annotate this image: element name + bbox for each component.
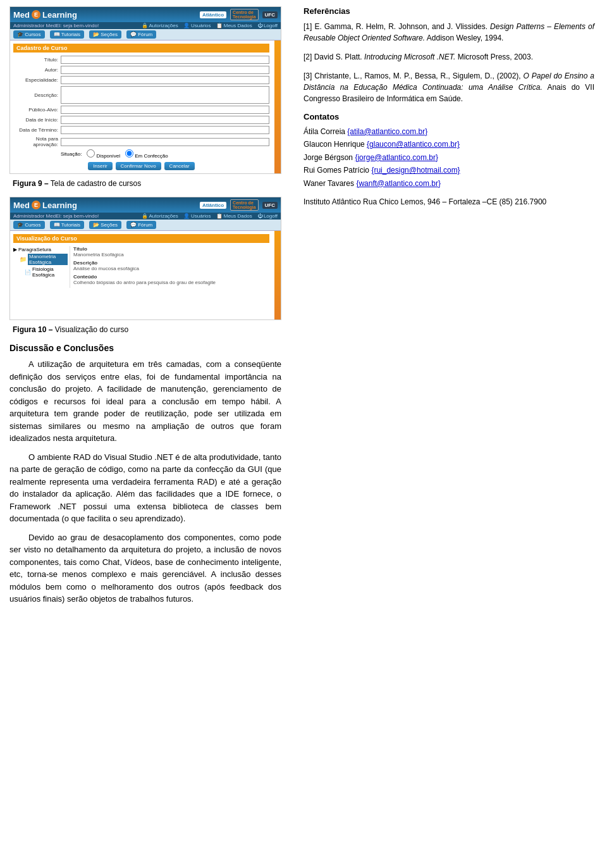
textarea-descricao[interactable] bbox=[61, 86, 269, 104]
form-row-datatermino: Data de Término: bbox=[13, 126, 269, 134]
detail-content-value: Colhendo biópsias do antro para pesquisa… bbox=[73, 280, 269, 285]
contacts-heading: Contatos bbox=[304, 112, 594, 121]
email-waner[interactable]: {wanft@atlantico.com.br} bbox=[356, 179, 441, 188]
cursos-btn-2[interactable]: 🎓 Cursos bbox=[13, 221, 45, 229]
logoff-link-2[interactable]: ⏻ Logoff bbox=[257, 213, 278, 219]
discussion-para1: A utilização de arquitetura em três cama… bbox=[9, 358, 281, 445]
btn-cancelar-1[interactable]: Cancelar bbox=[164, 162, 195, 170]
tree-child-label[interactable]: Fisiologia Esofágica bbox=[32, 266, 68, 278]
input-datainicio[interactable] bbox=[61, 116, 269, 124]
input-autor[interactable] bbox=[61, 66, 269, 74]
input-especialidade[interactable] bbox=[61, 76, 269, 84]
radio-disponivel[interactable]: Disponível bbox=[87, 149, 120, 159]
ufc-badge-1: UFC bbox=[262, 11, 278, 18]
input-publico[interactable] bbox=[61, 106, 269, 114]
caption-fig10: Figura 10 – Visualização do curso bbox=[9, 325, 281, 334]
logoff-link-1[interactable]: ⏻ Logoff bbox=[257, 23, 278, 28]
tree-content: Visualização do Curso ▶ ParagraSetura 📁 … bbox=[10, 231, 281, 319]
contacts-section: Contatos Átila Correia {atila@atlantico.… bbox=[304, 112, 594, 208]
detail-title-value: Manometria Esofágica bbox=[73, 252, 269, 257]
label-datatermino: Data de Término: bbox=[13, 127, 61, 133]
label-titulo: Título: bbox=[13, 57, 61, 63]
form-row-autor: Autor: bbox=[13, 66, 269, 74]
label-situacao: Situação: bbox=[61, 151, 82, 157]
label-autor: Autor: bbox=[13, 67, 61, 73]
detail-content-label: Conteúdo bbox=[73, 274, 269, 280]
atlantico-badge-2: Atlântico bbox=[200, 202, 226, 209]
contact-atila: Átila Correia {atila@atlantico.com.br} bbox=[304, 125, 594, 138]
label-descricao: Descrição: bbox=[13, 92, 61, 98]
email-rui[interactable]: {rui_design@hotmail.com} bbox=[371, 166, 460, 175]
detail-desc-value: Análise do mucosa esofágica bbox=[73, 266, 269, 271]
form-buttons-1: Inserir Confirmar Novo Cancelar bbox=[13, 162, 269, 170]
tree-folder-label[interactable]: Manometria Esofágica bbox=[28, 254, 68, 265]
tree-expand-icon: ▶ bbox=[13, 247, 17, 252]
tree-folder-item[interactable]: 📁 Manometria Esofágica bbox=[13, 253, 68, 266]
ref1-italic: Design Patterns – Elements of Reusable O… bbox=[304, 22, 594, 42]
form-row-publico: Público-Alvo: bbox=[13, 106, 269, 114]
contact-address: Instituto Atlântico Rua Chico Lemos, 946… bbox=[304, 196, 594, 208]
contact-waner: Waner Tavares {wanft@atlantico.com.br} bbox=[304, 177, 594, 190]
discussion-heading: Discussão e Conclusões bbox=[9, 343, 281, 353]
app-header-2: Med E Learning Atlântico Centro deTecnol… bbox=[10, 197, 281, 213]
auth-link-1[interactable]: 🔒 Autorizações bbox=[142, 23, 178, 28]
email-glaucon[interactable]: {glaucon@atlantico.com.br} bbox=[367, 140, 460, 149]
form-row-especialidade: Especialidade: bbox=[13, 76, 269, 84]
tutoriais-btn-1[interactable]: 📖 Tutoriais bbox=[50, 30, 84, 39]
right-column: Referências [1] E. Gamma, R. Helm, R. Jo… bbox=[291, 0, 607, 618]
app-header-1: Med E Learning Atlântico Centro deTecnol… bbox=[10, 7, 281, 22]
atlantico-badge-1: Atlântico bbox=[200, 11, 226, 18]
caption-fig9-bold: Figura 9 – bbox=[13, 179, 49, 188]
form-title-1: Cadastro de Curso bbox=[13, 44, 269, 53]
forum-btn-2[interactable]: 💬 Fórum bbox=[126, 221, 156, 229]
tree-detail: Título Manometria Esofágica Descrição An… bbox=[73, 246, 269, 288]
tree-file-icon: 📄 bbox=[25, 270, 31, 275]
logo-med-2: Med bbox=[13, 201, 30, 210]
logo-med: Med bbox=[13, 10, 30, 20]
email-atila[interactable]: {atila@atlantico.com.br} bbox=[347, 127, 427, 136]
ref2-italic: Introducing Microsoft .NET. bbox=[364, 53, 455, 61]
logo-e-icon-2: E bbox=[32, 201, 40, 209]
form-row-datainicio: Data de Início: bbox=[13, 116, 269, 124]
email-jorge[interactable]: {jorge@atlantico.com.br} bbox=[355, 153, 438, 162]
centro-badge: Centro deTecnologia bbox=[230, 9, 258, 20]
input-nota[interactable] bbox=[61, 138, 269, 146]
btn-confirmar-novo[interactable]: Confirmar Novo bbox=[116, 162, 161, 170]
form-row-situacao: Situação: Disponível Em Confecção bbox=[61, 149, 269, 159]
secoes-btn-1[interactable]: 📂 Seções bbox=[89, 30, 121, 39]
caption-fig10-text: Visualização do curso bbox=[55, 325, 129, 334]
label-especialidade: Especialidade: bbox=[13, 77, 61, 83]
form-row-descricao: Descrição: bbox=[13, 86, 269, 104]
app-header-right-2: Atlântico Centro deTecnologia UFC bbox=[200, 199, 278, 211]
form-title-2: Visualização do Curso bbox=[13, 234, 269, 243]
tree-child-item[interactable]: 📄 Fisiologia Esofágica bbox=[13, 266, 68, 278]
input-datatermino[interactable] bbox=[61, 126, 269, 134]
app-logo-2: Med E Learning bbox=[13, 201, 77, 210]
mydata-link-2[interactable]: 📋 Meus Dados bbox=[216, 213, 252, 219]
caption-fig9: Figura 9 – Tela de cadastro de cursos bbox=[9, 179, 281, 188]
tutoriais-btn-2[interactable]: 📖 Tutoriais bbox=[50, 221, 84, 229]
references-heading: Referências bbox=[304, 6, 594, 16]
cursos-btn-1[interactable]: 🎓 Cursos bbox=[13, 30, 45, 39]
btn-inserir[interactable]: Inserir bbox=[88, 162, 112, 170]
users-link-2[interactable]: 👤 Usuários bbox=[183, 213, 211, 219]
centro-text: Centro deTecnologia bbox=[233, 10, 255, 19]
input-titulo[interactable] bbox=[61, 56, 269, 64]
tree-panel: ▶ ParagraSetura 📁 Manometria Esofágica 📄… bbox=[13, 246, 269, 288]
ref3-italic: O Papel do Ensino a Distância na Educaçã… bbox=[304, 71, 594, 92]
discussion-para2: O ambiente RAD do Visual Studio .NET é d… bbox=[9, 451, 281, 525]
detail-desc-label: Descrição bbox=[73, 260, 269, 266]
label-datainicio: Data de Início: bbox=[13, 117, 61, 123]
users-link-1[interactable]: 👤 Usuários bbox=[183, 23, 211, 28]
screenshot-visualizacao: Med E Learning Atlântico Centro deTecnol… bbox=[9, 197, 281, 320]
detail-title-label: Título bbox=[73, 246, 269, 252]
discussion-para3: Devido ao grau de desacoplamento dos com… bbox=[9, 531, 281, 605]
auth-link-2[interactable]: 🔒 Autorizações bbox=[142, 213, 178, 219]
secoes-btn-2[interactable]: 📂 Seções bbox=[89, 221, 121, 229]
app-navbar-1: 🎓 Cursos 📖 Tutoriais 📂 Seções 💬 Fórum bbox=[10, 29, 281, 40]
radio-confeccao[interactable]: Em Confecção bbox=[125, 149, 168, 159]
content-area-1: Cadastro de Curso Título: Autor: Especia… bbox=[10, 40, 281, 173]
mydata-link-1[interactable]: 📋 Meus Dados bbox=[216, 23, 252, 28]
orange-bar-2 bbox=[274, 231, 281, 319]
forum-btn-1[interactable]: 💬 Fórum bbox=[126, 30, 156, 39]
